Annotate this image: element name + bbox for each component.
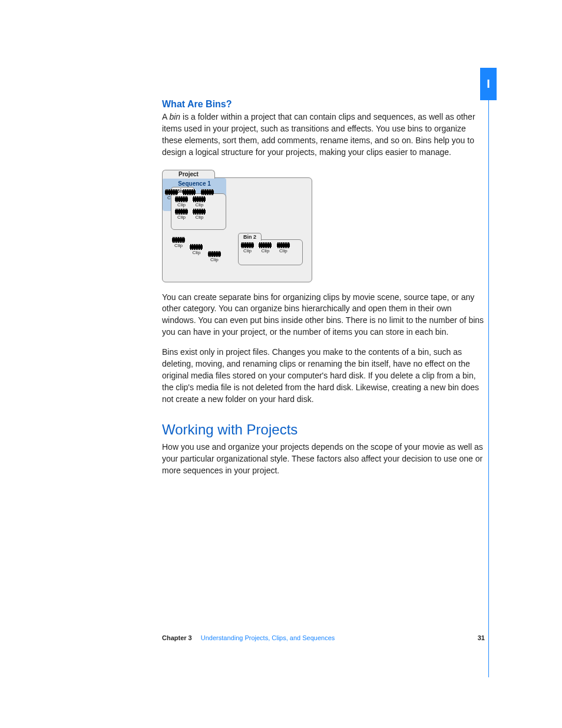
text: A [162,112,169,121]
loose-clips: Clip Clip Clip [171,237,222,248]
part-indicator-tab: I [480,68,497,100]
sequence-1-label: Sequence 1 [163,178,226,187]
paragraph-bin-definition: A bin is a folder within a project that … [162,111,485,159]
bin-2-label: Bin 2 [238,233,262,241]
paragraph-separate-bins: You can create separate bins for organiz… [162,292,485,339]
clip-icon: Clip [191,196,207,207]
text: is a folder within a project that can co… [162,112,475,157]
clip-icon: Clip [257,242,273,253]
bin-2-box: Bin 2 Clip Clip Clip [238,239,303,265]
heading-working-with-projects: Working with Projects [162,421,485,438]
clip-icon: Clip [171,237,186,248]
page-content: What Are Bins? A bin is a folder within … [162,99,485,485]
clip-icon: Clip [276,242,291,253]
clip-icon: Clip [174,196,189,207]
clip-icon: Clip [207,251,222,262]
paragraph-working-with-projects: How you use and organize your projects d… [162,442,485,477]
clip-icon: Clip [189,244,204,255]
page-footer: Chapter 3 Understanding Projects, Clips,… [162,634,485,641]
heading-what-are-bins: What Are Bins? [162,99,485,110]
project-tab-label: Project [162,170,215,179]
clip-icon: Clip [174,209,189,220]
clip-icon: Clip [240,242,255,253]
term-bin: bin [169,112,180,121]
footer-chapter: Chapter 3 [162,634,192,641]
footer-chapter-title: Understanding Projects, Clips, and Seque… [201,634,335,641]
page-number: 31 [478,634,485,641]
clip-icon: Clip [191,209,207,220]
paragraph-bins-project-files: Bins exist only in project files. Change… [162,347,485,405]
project-structure-diagram: Project Bin 1 Clip Clip Clip Clip Sequen… [162,177,312,282]
bin-1-box: Bin 1 Clip Clip Clip Clip [171,193,226,230]
margin-rule [488,100,489,677]
